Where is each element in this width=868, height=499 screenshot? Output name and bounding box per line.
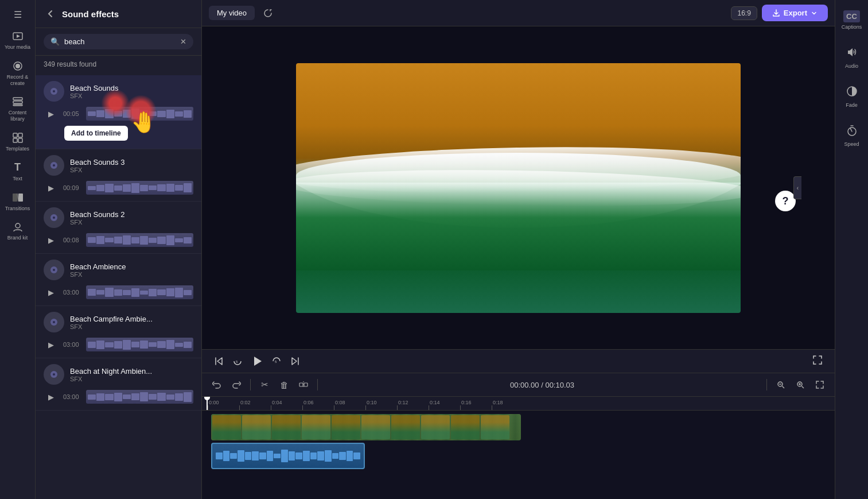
play-button[interactable] <box>250 354 264 368</box>
sfx-thumb-3 <box>44 207 64 228</box>
undo-button[interactable] <box>209 377 225 393</box>
speed-panel-button[interactable]: Speed <box>842 121 861 150</box>
audio-clip-waveform <box>216 448 360 463</box>
fast-forward-button[interactable]: 5 <box>271 355 282 367</box>
sidebar-item-your-media[interactable]: Your media <box>2 26 34 54</box>
sfx-name-5: Beach Campfire Ambie... <box>70 315 193 323</box>
sfx-item-header-2: Beach Sounds 3 SFX <box>44 155 193 176</box>
timeline-ruler: 0:00 0:02 0:04 0:06 0:08 0:10 0:12 0:14 … <box>202 397 835 411</box>
sfx-item-6[interactable]: Beach at Night Ambien... SFX ▶ 03:00 <box>36 358 201 411</box>
svg-rect-9 <box>13 138 17 142</box>
sfx-type-4: SFX <box>70 271 193 278</box>
sfx-info-5: Beach Campfire Ambie... SFX <box>70 315 193 330</box>
audio-clip[interactable] <box>211 443 365 469</box>
sfx-name-4: Beach Ambience <box>70 262 193 271</box>
svg-point-24 <box>53 321 55 323</box>
add-to-timeline-button[interactable]: Add to timeline <box>64 126 128 141</box>
sfx-play-button-1[interactable]: ▶ <box>44 106 59 121</box>
sfx-waveform-2 <box>86 181 193 195</box>
svg-rect-5 <box>13 101 22 103</box>
fit-to-screen-button[interactable] <box>812 377 828 393</box>
svg-rect-11 <box>13 194 17 202</box>
sfx-play-button-3[interactable]: ▶ <box>44 233 59 247</box>
ruler-mark-0: 0:00 <box>208 400 239 410</box>
content-library-icon <box>11 95 24 108</box>
record-create-icon <box>11 60 24 72</box>
svg-line-37 <box>801 386 804 389</box>
zoom-in-button[interactable] <box>792 377 808 393</box>
fade-label: Fade <box>846 102 858 108</box>
svg-rect-8 <box>18 133 22 137</box>
sfx-type-5: SFX <box>70 323 193 330</box>
sfx-name-3: Beach Sounds 2 <box>70 210 193 219</box>
sfx-back-button[interactable] <box>44 7 57 21</box>
autosave-icon[interactable] <box>259 5 277 22</box>
sfx-play-button-2[interactable]: ▶ <box>44 180 59 195</box>
sfx-item-5[interactable]: Beach Campfire Ambie... SFX ▶ 03:00 <box>36 306 201 358</box>
sfx-item-2[interactable]: Beach Sounds 3 SFX ▶ 00:09 <box>36 149 201 202</box>
sfx-name-2: Beach Sounds 3 <box>70 158 193 167</box>
sfx-play-button-5[interactable]: ▶ <box>44 337 59 352</box>
sfx-type-1: SFX <box>70 92 193 99</box>
sfx-search-input[interactable] <box>64 37 176 46</box>
sidebar-item-content-library[interactable]: Contentlibrary <box>2 92 34 126</box>
svg-point-26 <box>53 373 55 376</box>
sfx-item-4[interactable]: Beach Ambience SFX ▶ 03:00 <box>36 254 201 306</box>
sidebar-item-brand-kit-label: Brand kit <box>7 235 28 241</box>
redo-button[interactable] <box>228 377 244 393</box>
svg-line-34 <box>782 386 784 389</box>
ruler-mark-8: 0:16 <box>460 400 492 410</box>
sidebar-item-templates[interactable]: Templates <box>2 128 34 156</box>
cut-button[interactable]: ✂ <box>256 377 273 393</box>
fullscreen-button[interactable] <box>812 354 823 368</box>
speed-label: Speed <box>844 141 859 147</box>
sidebar-item-text[interactable]: T Text <box>2 158 34 185</box>
captions-panel-button[interactable]: CC Captions <box>839 7 865 33</box>
sidebar-item-record-create[interactable]: Record &create <box>2 56 34 90</box>
toolbar-divider-2 <box>317 379 318 390</box>
svg-rect-6 <box>13 105 22 106</box>
video-preview <box>296 63 741 313</box>
sfx-info-6: Beach at Night Ambien... SFX <box>70 367 193 382</box>
sfx-type-3: SFX <box>70 219 193 226</box>
sfx-item-header-5: Beach Campfire Ambie... SFX <box>44 312 193 332</box>
my-video-tab[interactable]: My video <box>209 6 255 20</box>
sfx-play-button-4[interactable]: ▶ <box>44 285 59 300</box>
sidebar-item-hamburger[interactable]: ☰ <box>2 5 34 24</box>
sidebar-item-record-create-label: Record &create <box>7 74 29 87</box>
audio-panel-button[interactable]: Audio <box>843 42 861 72</box>
templates-icon <box>11 131 24 144</box>
sfx-player-3: ▶ 00:08 <box>44 233 193 247</box>
export-button[interactable]: Export <box>762 5 828 21</box>
search-icon: 🔍 <box>50 37 60 46</box>
fade-panel-button[interactable]: Fade <box>843 82 861 111</box>
rewind-button[interactable]: 5 <box>232 355 243 367</box>
skip-forward-button[interactable] <box>289 355 301 367</box>
sfx-player-5: ▶ 03:00 <box>44 337 193 352</box>
sfx-search-row: 🔍 ✕ <box>44 34 193 49</box>
sfx-play-button-6[interactable]: ▶ <box>44 389 59 404</box>
video-clip[interactable] <box>211 414 521 440</box>
sfx-item-header-4: Beach Ambience SFX <box>44 260 193 280</box>
sfx-clear-button[interactable]: ✕ <box>180 37 186 46</box>
ruler-marks: 0:00 0:02 0:04 0:06 0:08 0:10 0:12 0:14 … <box>207 397 523 410</box>
svg-rect-12 <box>18 194 23 202</box>
audio-icon <box>846 46 858 61</box>
sidebar-item-transitions[interactable]: Transitions <box>2 188 34 215</box>
skip-back-button[interactable] <box>213 355 225 367</box>
sfx-item-1[interactable]: Beach Sounds SFX ▶ 00:05 <box>36 75 201 149</box>
sfx-type-2: SFX <box>70 167 193 173</box>
delete-button[interactable]: 🗑 <box>276 377 292 393</box>
help-button[interactable]: ? <box>775 191 796 211</box>
sfx-thumb-5 <box>44 312 64 332</box>
svg-point-18 <box>53 164 55 167</box>
collapse-right-panel-button[interactable]: ‹ <box>793 176 801 199</box>
playhead[interactable] <box>207 397 208 410</box>
split-button[interactable] <box>295 377 312 393</box>
sidebar-item-brand-kit[interactable]: Brand kit <box>2 217 34 245</box>
zoom-out-button[interactable] <box>773 377 789 393</box>
timeline-area: ✂ 🗑 00:00.00 / 00:10.03 <box>202 373 835 499</box>
sfx-item-3[interactable]: Beach Sounds 2 SFX ▶ 00:08 <box>36 202 201 254</box>
svg-text:5: 5 <box>236 360 238 363</box>
your-media-icon <box>11 30 24 42</box>
